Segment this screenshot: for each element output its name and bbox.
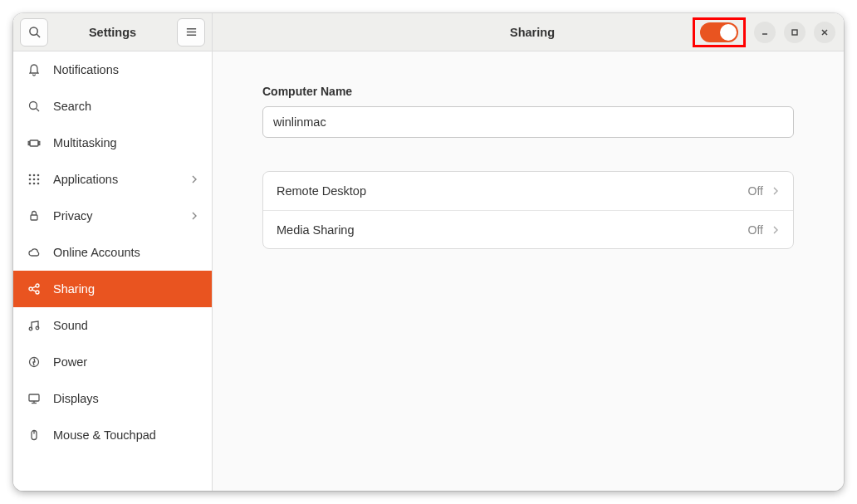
svg-point-12 — [37, 174, 40, 177]
svg-rect-8 — [28, 142, 30, 145]
display-icon — [27, 392, 42, 405]
sidebar-item-label: Notifications — [53, 63, 119, 76]
option-state: Off — [748, 223, 763, 237]
search-icon — [28, 26, 41, 38]
sidebar-item-sharing[interactable]: Sharing — [13, 271, 212, 307]
sidebar-item-label: Applications — [53, 173, 118, 186]
maximize-button[interactable] — [784, 22, 806, 43]
computer-name-input[interactable] — [262, 106, 794, 138]
svg-point-22 — [36, 291, 39, 294]
option-label: Remote Desktop — [277, 184, 748, 198]
sidebar-item-mouse-touchpad[interactable]: Mouse & Touchpad — [13, 417, 212, 453]
svg-point-13 — [29, 179, 32, 181]
svg-point-0 — [29, 27, 37, 35]
svg-point-5 — [30, 102, 37, 110]
mouse-icon — [27, 428, 42, 442]
maximize-icon — [791, 28, 799, 37]
sidebar-list: Notifications Search Multitasking Applic… — [13, 51, 212, 491]
svg-line-23 — [32, 286, 37, 288]
search-icon — [27, 100, 42, 113]
svg-point-10 — [29, 174, 32, 177]
svg-point-20 — [29, 287, 32, 291]
option-media-sharing[interactable]: Media Sharing Off — [263, 210, 793, 248]
cloud-icon — [27, 246, 42, 259]
search-button[interactable] — [20, 18, 48, 46]
lock-icon — [27, 209, 42, 223]
toggle-knob — [720, 24, 737, 41]
computer-name-label: Computer Name — [262, 85, 794, 98]
sidebar-item-label: Sharing — [53, 282, 95, 296]
svg-rect-19 — [31, 215, 37, 220]
chevron-right-icon — [771, 226, 780, 234]
minimize-icon — [761, 28, 769, 37]
minimize-button[interactable] — [754, 22, 776, 43]
multitasking-icon — [27, 136, 42, 149]
sidebar-title: Settings — [48, 26, 177, 39]
svg-line-6 — [37, 109, 40, 112]
svg-rect-9 — [38, 142, 40, 145]
sidebar-item-label: Mouse & Touchpad — [53, 428, 156, 442]
menu-button[interactable] — [177, 18, 205, 46]
power-icon — [27, 355, 42, 369]
annotation-highlight — [693, 17, 746, 47]
sidebar-item-label: Power — [53, 355, 87, 369]
svg-rect-34 — [792, 30, 797, 35]
sidebar-item-search[interactable]: Search — [13, 88, 212, 125]
svg-point-15 — [37, 179, 40, 181]
sidebar-item-displays[interactable]: Displays — [13, 380, 212, 417]
sidebar-item-power[interactable]: Power — [13, 344, 212, 380]
sidebar-item-multitasking[interactable]: Multitasking — [13, 125, 212, 161]
sidebar-item-label: Privacy — [53, 209, 93, 223]
svg-point-11 — [33, 174, 36, 177]
hamburger-icon — [185, 26, 198, 38]
svg-point-25 — [29, 327, 32, 330]
sharing-master-toggle[interactable] — [700, 22, 738, 42]
main-header: Sharing — [213, 13, 844, 51]
share-icon — [27, 282, 42, 296]
chevron-right-icon — [190, 175, 198, 183]
svg-point-26 — [36, 326, 39, 330]
sidebar-item-online-accounts[interactable]: Online Accounts — [13, 234, 212, 271]
sidebar: Settings Notifications Search — [13, 13, 213, 491]
sidebar-item-notifications[interactable]: Notifications — [13, 51, 212, 88]
sidebar-item-label: Displays — [53, 392, 99, 405]
svg-point-18 — [37, 183, 40, 185]
svg-rect-7 — [30, 140, 38, 146]
settings-window: Settings Notifications Search — [13, 13, 844, 491]
svg-point-14 — [33, 179, 36, 181]
sidebar-item-applications[interactable]: Applications — [13, 161, 212, 198]
close-icon — [820, 28, 829, 37]
sidebar-item-label: Multitasking — [53, 136, 117, 149]
svg-line-1 — [37, 34, 40, 37]
page-title: Sharing — [510, 26, 555, 39]
content-area: Computer Name Remote Desktop Off Media S… — [213, 51, 844, 282]
svg-line-24 — [32, 290, 37, 291]
bell-icon — [27, 63, 42, 76]
sidebar-item-sound[interactable]: Sound — [13, 307, 212, 344]
svg-point-16 — [29, 183, 32, 185]
chevron-right-icon — [771, 187, 780, 195]
main-panel: Sharing — [213, 13, 844, 491]
music-icon — [27, 319, 42, 332]
sidebar-header: Settings — [13, 13, 212, 51]
chevron-right-icon — [190, 212, 198, 220]
option-remote-desktop[interactable]: Remote Desktop Off — [263, 172, 793, 210]
option-label: Media Sharing — [277, 223, 748, 237]
sidebar-item-label: Search — [53, 100, 91, 113]
option-state: Off — [748, 184, 763, 198]
svg-rect-28 — [29, 394, 39, 401]
close-button[interactable] — [814, 22, 835, 43]
sharing-options-list: Remote Desktop Off Media Sharing Off — [262, 171, 794, 249]
sidebar-item-privacy[interactable]: Privacy — [13, 198, 212, 234]
svg-point-17 — [33, 183, 36, 185]
svg-point-21 — [36, 284, 39, 287]
apps-icon — [27, 173, 42, 186]
sidebar-item-label: Online Accounts — [53, 246, 140, 259]
sidebar-item-label: Sound — [53, 319, 88, 332]
